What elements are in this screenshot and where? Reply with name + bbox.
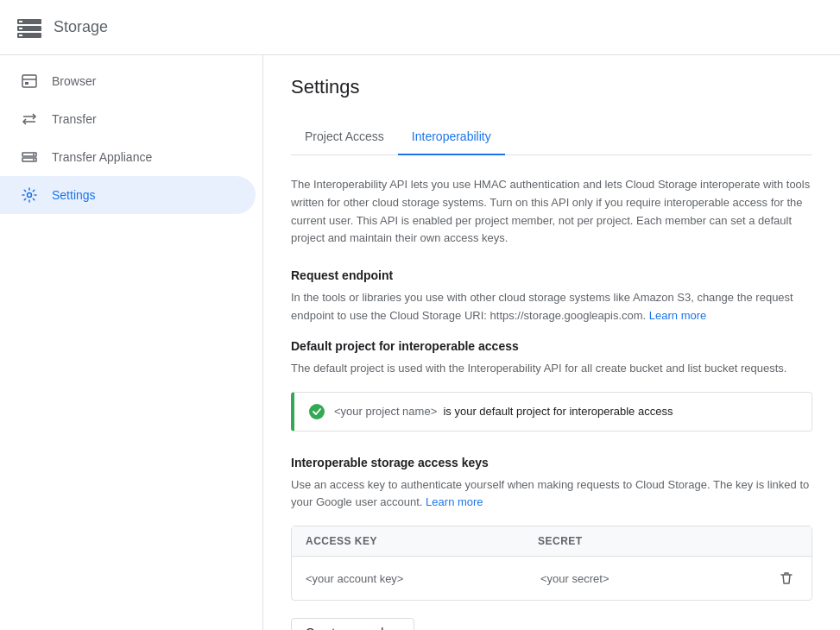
sidebar-item-transfer[interactable]: Transfer	[0, 100, 256, 138]
access-keys-desc: Use an access key to authenticate yourse…	[291, 476, 812, 513]
svg-rect-6	[22, 75, 36, 87]
trash-icon	[779, 570, 794, 586]
account-key-value: <your account key>	[306, 572, 540, 585]
access-keys-title: Interoperable storage access keys	[291, 456, 812, 469]
settings-label: Settings	[52, 188, 96, 202]
svg-rect-4	[19, 28, 22, 29]
transfer-label: Transfer	[52, 112, 97, 126]
browser-label: Browser	[52, 74, 96, 88]
check-circle-icon	[308, 403, 325, 420]
svg-point-16	[309, 404, 325, 419]
svg-point-13	[33, 154, 35, 155]
request-endpoint-learn-more[interactable]: Learn more	[649, 309, 706, 322]
col-header-key: Access Key	[306, 535, 538, 547]
svg-rect-8	[25, 82, 28, 85]
col-header-secret: Secret	[538, 535, 770, 547]
layout: Browser Transfer	[0, 55, 840, 630]
svg-point-15	[28, 193, 32, 198]
project-box: <your project name> is your default proj…	[291, 392, 812, 432]
app-logo: Storage	[14, 12, 108, 43]
default-project-desc: The default project is used with the Int…	[291, 360, 812, 378]
request-endpoint-section: Request endpoint In the tools or librari…	[291, 268, 812, 325]
sidebar-item-transfer-appliance[interactable]: Transfer Appliance	[0, 138, 256, 176]
tab-project-access[interactable]: Project Access	[291, 119, 398, 155]
default-project-section: Default project for interoperable access…	[291, 339, 812, 432]
browser-icon	[21, 72, 38, 90]
request-endpoint-desc: In the tools or libraries you use with o…	[291, 289, 812, 325]
create-new-key-button[interactable]: Create a new key	[291, 618, 414, 630]
sidebar-item-browser[interactable]: Browser	[0, 62, 256, 100]
access-keys-section: Interoperable storage access keys Use an…	[291, 456, 812, 630]
tab-interoperability[interactable]: Interoperability	[398, 119, 505, 155]
settings-icon	[21, 186, 38, 204]
transfer-appliance-icon	[21, 148, 38, 166]
project-name: <your project name>	[334, 405, 437, 418]
top-bar: Storage	[0, 0, 840, 55]
project-box-suffix: is your default project for interoperabl…	[443, 405, 673, 418]
svg-rect-3	[19, 21, 22, 22]
svg-point-14	[33, 159, 35, 161]
sidebar: Browser Transfer	[0, 55, 263, 630]
storage-logo-icon	[14, 12, 45, 43]
secret-value: <your secret>	[540, 572, 775, 585]
access-keys-table: Access Key Secret <your account key> <yo…	[291, 526, 812, 601]
intro-text: The Interoperability API lets you use HM…	[291, 176, 812, 248]
tabs: Project Access Interoperability	[291, 119, 812, 155]
main-content: Settings Project Access Interoperability…	[263, 55, 840, 630]
page-title: Settings	[291, 76, 812, 98]
table-row: <your account key> <your secret>	[292, 557, 812, 600]
delete-key-button[interactable]	[775, 567, 798, 589]
transfer-appliance-label: Transfer Appliance	[52, 150, 152, 164]
request-endpoint-title: Request endpoint	[291, 268, 812, 282]
access-keys-learn-more[interactable]: Learn more	[426, 495, 483, 508]
table-header: Access Key Secret	[292, 526, 812, 557]
default-project-title: Default project for interoperable access	[291, 339, 812, 353]
svg-rect-5	[19, 35, 22, 36]
sidebar-item-settings[interactable]: Settings	[0, 176, 256, 214]
app-title: Storage	[54, 18, 108, 36]
project-box-text: <your project name> is your default proj…	[334, 405, 673, 418]
transfer-icon	[21, 110, 38, 128]
